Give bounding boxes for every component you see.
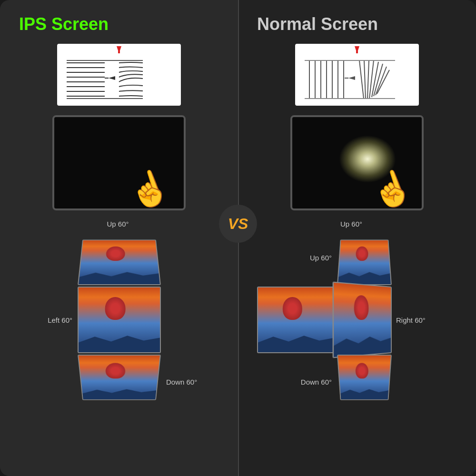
svg-marker-10 <box>109 76 115 80</box>
normal-right-label: Right 60° <box>393 287 446 353</box>
svg-line-26 <box>367 60 369 99</box>
vs-text: VS <box>228 215 248 233</box>
svg-line-25 <box>364 60 366 99</box>
normal-up-label: Up 60° <box>340 220 400 229</box>
ips-top-screen <box>78 239 161 285</box>
normal-diagram <box>295 44 419 106</box>
svg-line-31 <box>377 70 389 94</box>
ips-left-label: Left 60° <box>19 287 76 353</box>
normal-up-label2: Up 60° <box>257 230 336 285</box>
main-container: VS IPS Screen <box>0 0 476 476</box>
normal-angle-section: Up 60° Up 60° <box>257 220 457 409</box>
svg-rect-1 <box>118 46 120 53</box>
ips-angle-section: Up 60° Left 60° <box>19 220 219 409</box>
left-title: IPS Screen <box>10 14 109 34</box>
right-title: Normal Screen <box>248 14 378 34</box>
ips-center-screen <box>78 287 161 353</box>
normal-top-screen <box>337 239 392 285</box>
normal-down-label: Down 60° <box>257 355 336 409</box>
normal-right-screen <box>333 281 392 358</box>
ips-down-label: Down 60° <box>162 355 222 409</box>
normal-bottom-screen <box>337 355 392 400</box>
ips-diagram <box>57 44 181 106</box>
normal-monitor: ☝ <box>290 115 424 210</box>
left-panel: IPS Screen <box>0 0 238 476</box>
normal-center-screen <box>257 287 336 353</box>
svg-rect-15 <box>356 46 358 53</box>
right-panel: Normal Screen <box>238 0 476 476</box>
svg-marker-23 <box>348 76 355 80</box>
vs-badge: VS <box>219 205 257 243</box>
svg-line-32 <box>359 60 364 99</box>
ips-up-label: Up 60° <box>76 220 159 229</box>
ips-monitor: ☝ <box>52 115 186 210</box>
ips-bottom-screen <box>78 355 161 400</box>
